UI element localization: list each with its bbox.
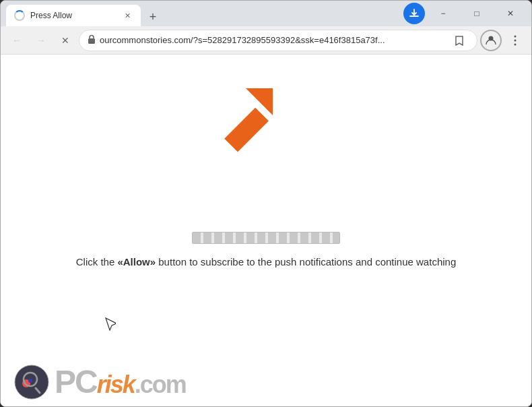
page-content: Click the «Allow» button to subscribe to… — [1, 55, 531, 406]
pcrisk-logo-icon — [14, 365, 49, 400]
tab-title: Press Allow — [30, 11, 117, 20]
stop-reload-button[interactable]: ✕ — [55, 30, 76, 51]
svg-point-2 — [514, 35, 517, 37]
svg-marker-5 — [246, 88, 273, 115]
back-button[interactable]: ← — [6, 30, 28, 51]
loading-bar — [192, 232, 340, 244]
svg-rect-6 — [224, 108, 269, 152]
svg-point-3 — [514, 39, 517, 41]
maximize-button[interactable]: □ — [461, 3, 492, 24]
pcrisk-text: PCrisk.com — [55, 366, 186, 398]
tab-area: Press Allow ✕ + — [6, 1, 403, 26]
svg-point-10 — [28, 379, 32, 383]
arrow-container — [199, 82, 279, 165]
minimize-button[interactable]: − — [428, 3, 459, 24]
titlebar: Press Allow ✕ + − □ ✕ — [1, 1, 531, 26]
browser-window: Press Allow ✕ + − □ ✕ ← → ✕ — [0, 0, 532, 407]
new-tab-button[interactable]: + — [143, 7, 162, 26]
subscribe-text: Click the «Allow» button to subscribe to… — [76, 255, 457, 270]
window-controls: − □ ✕ — [428, 3, 526, 24]
address-bar[interactable]: ourcommonstories.com/?s=5282917328955933… — [79, 30, 477, 51]
lock-icon — [88, 34, 96, 46]
active-tab[interactable]: Press Allow ✕ — [6, 5, 141, 26]
tab-close-button[interactable]: ✕ — [122, 10, 133, 21]
forward-button[interactable]: → — [30, 30, 52, 51]
arrow-icon — [199, 82, 279, 162]
mouse-cursor — [105, 317, 116, 334]
svg-rect-0 — [88, 38, 95, 44]
tab-loading-spinner — [14, 10, 25, 21]
watermark: PCrisk.com — [14, 365, 186, 400]
url-text: ourcommonstories.com/?s=5282917328955933… — [100, 35, 446, 45]
loading-section: Click the «Allow» button to subscribe to… — [76, 232, 457, 270]
profile-button[interactable] — [480, 30, 502, 51]
allow-text: «Allow» — [117, 256, 156, 268]
toolbar: ← → ✕ ourcommonstories.com/?s=5282917328… — [1, 26, 531, 55]
svg-point-4 — [514, 43, 517, 45]
bookmark-button[interactable] — [450, 31, 469, 50]
download-indicator[interactable] — [403, 3, 425, 24]
menu-button[interactable] — [504, 30, 526, 51]
close-button[interactable]: ✕ — [495, 3, 526, 24]
